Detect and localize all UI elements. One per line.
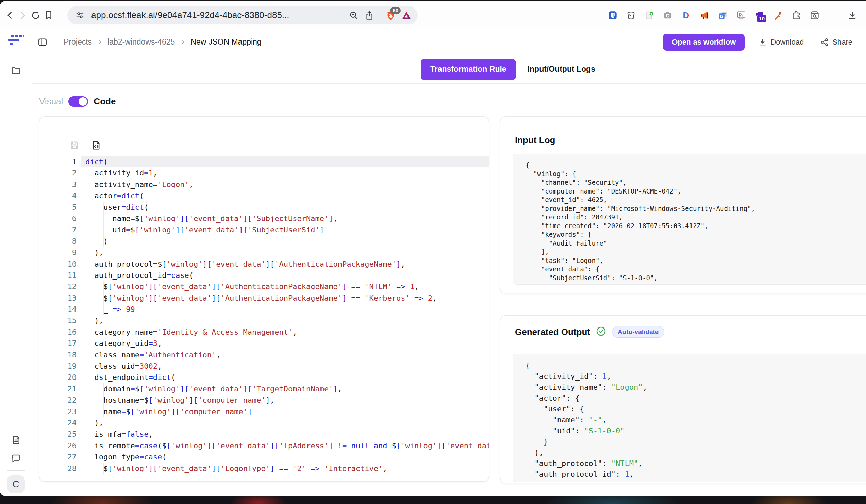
line-number: 26 [40,440,81,451]
input-log-line: "SubjectUserSid": "S-1-0-0", [525,274,866,283]
visual-mode-label[interactable]: Visual [39,96,63,107]
code-line[interactable]: 24 ), [40,417,489,428]
url-bar[interactable]: app.ocsf.fleak.ai/9e04a741-92d4-4bac-838… [67,6,418,24]
editor-toolbar [40,117,489,156]
extension-megaphone-icon[interactable] [700,11,709,20]
code-line[interactable]: 8 ) [40,236,489,247]
code-line[interactable]: 28 $['winlog']['event_data']['LogonType'… [40,463,489,474]
chevron-right-icon [180,39,186,45]
extensions-puzzle-icon[interactable] [791,11,801,20]
code-line[interactable]: 25 is_mfa=false, [40,428,489,440]
code-line[interactable]: 9 ), [40,247,489,258]
extension-search-box-icon[interactable] [810,11,819,20]
brave-rewards-icon[interactable] [401,10,412,20]
code-line[interactable]: 12 $['winlog']['event_data']['Authentica… [40,281,489,292]
code-line[interactable]: 22 hostname=$['winlog']['computer_name']… [40,394,489,406]
indent-guide [95,463,104,474]
line-number: 8 [40,236,81,247]
projects-folder-icon[interactable] [10,65,22,77]
forward-button[interactable] [18,10,28,20]
tab-transformation-rule[interactable]: Transformation Rule [421,59,516,80]
code-line[interactable]: 15 ), [40,315,489,326]
code-line[interactable]: 16 category_name='Identity & Access Mana… [40,326,489,338]
share-page-icon[interactable] [364,10,375,20]
input-log-title: Input Log [515,135,866,146]
downloads-button[interactable] [848,11,857,20]
code-line[interactable]: 4 actor=dict( [40,190,489,201]
visual-code-toggle[interactable] [68,96,88,107]
extension-notes-add-icon[interactable] [645,11,654,20]
code-file-icon[interactable] [91,140,101,152]
code-line[interactable]: 13 $['winlog']['event_data']['Authentica… [40,292,489,304]
shields-badge: 50 [390,7,401,14]
extension-eyedropper-icon[interactable] [773,11,783,20]
input-log-line: "time_created": "2026-02-18T07:55:03.412… [525,222,866,231]
output-json-line: "category_name": "Identity & Access Mana… [525,480,866,482]
output-json-line: { [525,360,866,371]
share-button[interactable]: Share [820,38,852,47]
code-mode-label[interactable]: Code [93,96,116,107]
code-line[interactable]: 18 class_name='Authentication', [40,349,489,360]
validated-check-icon [596,326,607,338]
line-number: 23 [40,406,81,417]
urlbar-divider [380,10,380,20]
sidebar-toggle-icon[interactable] [37,36,48,48]
extension-tabs-counter-icon[interactable]: 10 [755,11,764,20]
code-line[interactable]: 10 auth_protocol=$['winlog']['event_data… [40,258,489,270]
open-as-workflow-button[interactable]: Open as workflow [663,34,745,51]
bookmark-icon[interactable] [44,10,54,20]
code-line[interactable]: 3 activity_name='Logon', [40,179,489,190]
brave-shields-icon[interactable]: 50 [386,10,396,20]
input-log-line: ], [525,248,866,256]
breadcrumb-project[interactable]: lab2-windows-4625 [108,37,175,47]
mode-toggle-row: Visual Code [39,94,866,109]
sidebar-divider [7,470,25,471]
breadcrumb-projects[interactable]: Projects [64,37,92,47]
extension-password-manager-icon[interactable] [608,11,617,20]
site-settings-icon[interactable] [75,10,85,20]
extension-rss-reader-icon[interactable] [736,11,746,20]
save-icon[interactable] [69,140,80,152]
code-line[interactable]: 17 category_uid=3, [40,338,489,349]
app-header: Projects lab2-windows-4625 New JSON Mapp… [32,29,866,55]
indent-guide [95,383,104,394]
extension-bucket-icon[interactable] [626,11,636,20]
input-log-line: "computer_name": "DESKTOP-ACME-042", [525,187,866,196]
code-line[interactable]: 21 domain=$['winlog']['event_data']['Tar… [40,383,489,394]
code-editor[interactable]: 1dict(2 activity_id=1,3 activity_name='L… [40,156,489,474]
user-avatar[interactable]: C [7,475,25,493]
code-line[interactable]: 1dict( [40,156,489,167]
extension-camera-icon[interactable] [663,11,673,20]
code-line[interactable]: 11 auth_protocol_id=case( [40,270,489,281]
code-line[interactable]: 20 dst_endpoint=dict( [40,372,489,383]
line-number: 9 [40,247,81,258]
back-button[interactable] [5,10,15,20]
code-line[interactable]: 19 class_uid=3002, [40,360,489,372]
code-line[interactable]: 27 logon_type=case( [40,451,489,462]
code-line[interactable]: 23 name=$['winlog']['computer_name'] [40,406,489,417]
download-button[interactable]: Download [758,38,804,47]
output-json-line: "user": { [525,404,866,415]
tab-input-output-logs[interactable]: Input/Output Logs [518,59,605,80]
input-log-json[interactable]: { "winlog": { "channel": "Security", "co… [513,154,866,285]
code-line[interactable]: 26 is_remote=case($['winlog']['event_dat… [40,440,489,451]
zoom-out-icon[interactable] [349,10,359,20]
code-line[interactable]: 6 name=$['winlog']['event_data']['Subjec… [40,213,489,224]
fleak-logo[interactable] [8,35,24,45]
url-text[interactable]: app.ocsf.fleak.ai/9e04a741-92d4-4bac-838… [91,10,343,20]
extension-d-icon[interactable]: D [681,11,691,20]
code-line[interactable]: 2 activity_id=1, [40,167,489,179]
code-line[interactable]: 5 user=dict( [40,202,489,213]
output-json-line: "activity_id": 1, [525,371,866,382]
feedback-chat-icon[interactable] [10,453,22,464]
line-number: 16 [40,326,81,338]
extension-translate-icon[interactable]: 文G [718,11,728,20]
line-number: 28 [40,463,81,474]
output-json-line: } [525,436,866,447]
auto-validate-badge[interactable]: Auto-validate [612,326,664,338]
code-line[interactable]: 7 uid=$['winlog']['event_data']['Subject… [40,224,489,235]
reload-button[interactable] [31,10,41,20]
code-line[interactable]: 14 _ => 99 [40,304,489,315]
generated-output-json[interactable]: { "activity_id": 1, "activity_name": "Lo… [513,354,866,482]
docs-icon[interactable] [10,434,22,446]
